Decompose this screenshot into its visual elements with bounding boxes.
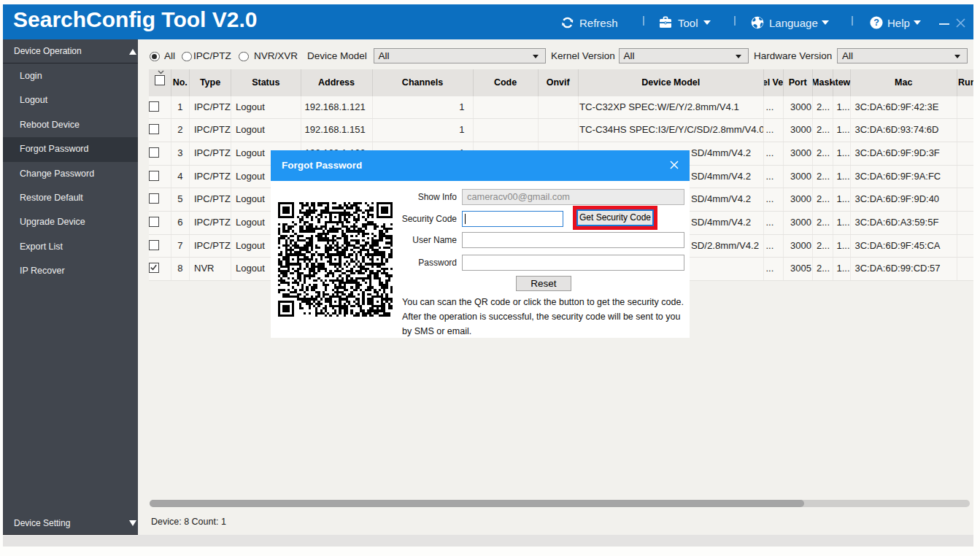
- svg-text:?: ?: [873, 18, 879, 28]
